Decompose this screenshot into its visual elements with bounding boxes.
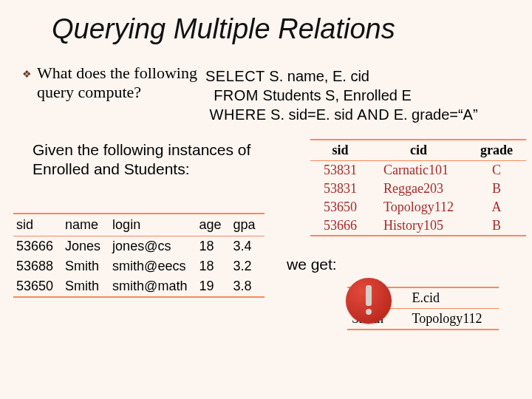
result-h1: E.cid — [408, 287, 499, 309]
question-line1: What does the following — [37, 64, 197, 82]
question-text: What does the following query compute? — [37, 64, 214, 103]
table-row: 53650 Smith smith@math 19 3.8 — [13, 276, 265, 297]
students-h2: login — [109, 214, 196, 236]
given-text: Given the following instances of Enrolle… — [33, 140, 276, 180]
table-row: 53666 Jones jones@cs 18 3.4 — [13, 236, 265, 257]
sql-from-expr: Students S, Enrolled E — [259, 87, 412, 103]
bullet-icon: ❖ — [22, 68, 32, 81]
table-row: 53831 Carnatic101 C — [310, 161, 526, 180]
table-row: 53666 History105 B — [310, 216, 526, 236]
students-h1: name — [62, 214, 109, 236]
table-row: 53688 Smith smith@eecs 18 3.2 — [13, 256, 265, 276]
enrolled-h0: sid — [310, 140, 370, 161]
enrolled-table: sid cid grade 53831 Carnatic101 C 53831 … — [310, 139, 526, 236]
students-h0: sid — [13, 214, 62, 236]
kw-from: FROM — [214, 87, 259, 103]
enrolled-h1: cid — [370, 140, 467, 161]
sql-where-expr1: S. sid=E. sid — [267, 106, 358, 123]
enrolled-h2: grade — [467, 140, 526, 161]
kw-where: WHERE — [210, 106, 267, 123]
kw-and: AND — [357, 106, 389, 123]
slide: Querying Multiple Relations ❖ What does … — [0, 0, 532, 399]
sql-where-expr2: E. grade=“A” — [389, 106, 478, 123]
kw-select: SELECT — [205, 68, 265, 84]
sql-block: SELECT S. name, E. cid FROM Students S, … — [205, 66, 478, 124]
table-row: 53831 Reggae203 B — [310, 180, 526, 198]
slide-title: Querying Multiple Relations — [52, 13, 395, 45]
students-h3: age — [196, 214, 230, 236]
table-row: 53650 Topology112 A — [310, 198, 526, 216]
students-h4: gpa — [230, 214, 264, 236]
we-get-text: we get: — [287, 256, 337, 273]
question-line2: query compute? — [37, 83, 141, 101]
students-table: sid name login age gpa 53666 Jones jones… — [13, 213, 265, 298]
sql-select-expr: S. name, E. cid — [265, 68, 369, 84]
alert-icon — [346, 278, 392, 324]
